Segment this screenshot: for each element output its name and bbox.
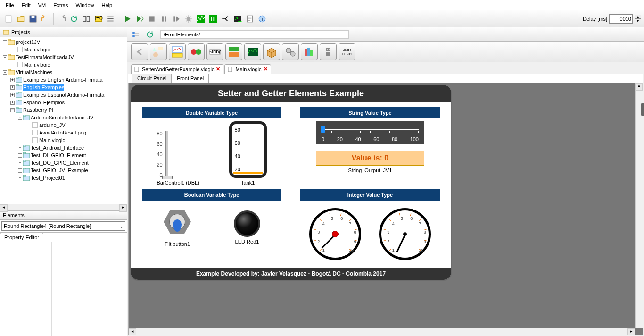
tab-front-panel[interactable]: Front Panel	[172, 74, 209, 83]
terminal-button[interactable]: >_	[232, 13, 243, 25]
tree-item[interactable]: +Test_Android_Interface	[17, 144, 126, 151]
expander-icon[interactable]: +	[18, 153, 22, 158]
tilt-button[interactable]	[163, 208, 191, 239]
menu-extras[interactable]: Extras	[50, 1, 72, 9]
new-button[interactable]	[3, 13, 14, 25]
svg-rect-25	[17, 47, 22, 52]
delay-spinner[interactable]: ▲▼	[635, 15, 641, 23]
save-button[interactable]	[27, 13, 39, 25]
tree-item[interactable]: arduino_JV	[25, 121, 126, 129]
tree-item[interactable]: −Raspberry PI	[9, 106, 126, 114]
palette-books[interactable]	[301, 43, 318, 60]
elements-header: Elements	[0, 211, 127, 220]
expander-icon[interactable]: +	[10, 85, 15, 90]
close-icon[interactable]: ✕	[264, 66, 268, 72]
redo-button[interactable]	[56, 13, 67, 25]
menu-edit[interactable]: Edit	[18, 1, 34, 9]
menu-help[interactable]: Help	[98, 1, 116, 9]
gauge-knob[interactable]: 12345678910	[309, 208, 361, 260]
tree-toggle-button[interactable]	[130, 29, 141, 40]
expander-icon[interactable]: +	[18, 176, 22, 180]
palette-box[interactable]	[263, 43, 280, 60]
tree-item[interactable]: Main.vlogic	[25, 136, 126, 144]
close-icon[interactable]: ✕	[216, 66, 220, 72]
property-editor-tab[interactable]: Property-Editor	[0, 233, 43, 242]
expander-icon[interactable]: −	[3, 70, 7, 75]
list-button[interactable]	[105, 13, 116, 25]
run-button[interactable]	[122, 13, 133, 25]
tab-circuit-panel[interactable]: Circuit Panel	[132, 74, 172, 83]
canvas-vscroll[interactable]	[635, 83, 643, 328]
step-button[interactable]	[171, 13, 182, 25]
expander-icon[interactable]: +	[18, 168, 22, 173]
palette-led[interactable]	[188, 43, 205, 60]
menu-file[interactable]: File	[2, 1, 18, 9]
tree-item[interactable]: +Test_DO_GPIO_Element	[17, 159, 126, 167]
menu-vm[interactable]: VM	[34, 1, 50, 9]
menu-window[interactable]: Window	[72, 1, 98, 9]
expander-icon[interactable]: −	[10, 108, 15, 112]
canvas-hscroll[interactable]	[129, 328, 635, 335]
expander-icon[interactable]: +	[18, 161, 22, 165]
scope1-button[interactable]	[195, 13, 206, 25]
project-tree[interactable]: −project1JVMain.vlogic−TestFirmataModifi…	[0, 37, 127, 204]
tree-item[interactable]: −project1JV	[2, 38, 126, 46]
tree-item[interactable]: +Test_DI_GPIO_Element	[17, 151, 126, 159]
refresh-button[interactable]	[68, 13, 80, 25]
expander-icon[interactable]: +	[10, 101, 15, 105]
tree-hscroll[interactable]	[0, 204, 127, 210]
tree-item[interactable]: +Test_Project01	[17, 174, 126, 182]
palette-jmr[interactable]: JMR FE-01	[339, 43, 355, 60]
string-slider[interactable]: 020406080100	[316, 121, 424, 144]
palette-gears[interactable]	[282, 43, 299, 60]
open-button[interactable]	[15, 13, 26, 25]
breadcrumb[interactable]: /FrontElements/	[160, 30, 349, 39]
svg-rect-71	[305, 49, 307, 56]
right-drawer-handle[interactable]	[641, 103, 644, 116]
tree-item[interactable]: +Examples English Arduino-Firmata	[9, 76, 126, 84]
tree-item[interactable]: +Examples Espanol Arduino-Firmata	[9, 91, 126, 99]
tree-item[interactable]: −TestFirmataModificadaJV	[2, 53, 126, 61]
tree-item[interactable]: Main.vlogic	[9, 46, 126, 53]
doc-button[interactable]	[244, 13, 256, 25]
tree-item[interactable]: Main.vlogic	[9, 61, 126, 68]
expander-icon[interactable]: +	[10, 93, 15, 97]
bar-control[interactable]: 806040200	[157, 126, 199, 178]
tree-item[interactable]: +Test_GPIO_JV_Example	[17, 167, 126, 174]
tree-item[interactable]: +Espanol Ejemplos	[9, 99, 126, 106]
expander-icon[interactable]: −	[3, 40, 7, 44]
info-button[interactable]: i	[256, 13, 268, 25]
delay-input[interactable]	[609, 14, 633, 24]
layout-button[interactable]	[81, 13, 92, 25]
scope2-button[interactable]	[207, 13, 219, 25]
expander-icon[interactable]: −	[3, 55, 7, 59]
canvas[interactable]: Setter and Getter Elements Example Doubl…	[128, 83, 643, 335]
tree-item[interactable]: AvoidAutoReset.png	[25, 129, 126, 136]
section-integer: Integer Value Type	[300, 189, 440, 201]
tree-item[interactable]: −ArduinoSimpleInterface_JV	[17, 114, 126, 121]
variables-button[interactable]: I=0	[93, 13, 104, 25]
tree-item[interactable]: +English Examples	[9, 84, 126, 91]
file-tab-setter[interactable]: SetterAndGetterExample.vlogic ✕	[131, 64, 223, 74]
stop-button[interactable]	[146, 13, 157, 25]
undo-button[interactable]	[40, 13, 51, 25]
expander-icon[interactable]: −	[18, 116, 22, 120]
expander-icon[interactable]: +	[18, 146, 22, 150]
palette-matrix[interactable]	[225, 43, 242, 60]
reload-button[interactable]	[144, 29, 156, 40]
palette-chart[interactable]	[169, 43, 186, 60]
palette-scope[interactable]	[244, 43, 261, 60]
run-step-button[interactable]	[134, 13, 145, 25]
pause-button[interactable]	[158, 13, 170, 25]
palette-string[interactable]: String	[206, 43, 223, 60]
connector-button[interactable]	[220, 13, 231, 25]
tree-item[interactable]: −VirtualMachines	[2, 68, 126, 76]
back-button[interactable]	[131, 43, 148, 60]
palette-robot[interactable]	[320, 43, 337, 60]
expander-icon[interactable]: +	[10, 78, 15, 82]
debug-button[interactable]	[183, 13, 194, 25]
palette-shapes[interactable]	[150, 43, 167, 60]
elements-combo[interactable]: Round Rectangle4 [Round Rectangle]	[1, 221, 125, 231]
sub-toolbar: /FrontElements/	[127, 27, 644, 42]
file-tab-main[interactable]: Main.vlogic ✕	[224, 64, 271, 74]
